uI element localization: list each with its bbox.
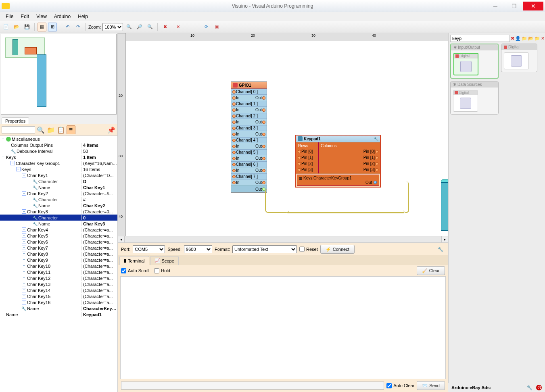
- new-button[interactable]: 📄: [2, 23, 10, 31]
- property-row[interactable]: NameChar Key1: [0, 184, 117, 190]
- properties-filter-input[interactable]: [2, 126, 35, 133]
- property-row[interactable]: +Char Key12(Character=a...: [0, 275, 117, 281]
- folder-icon[interactable]: 📁: [522, 35, 527, 42]
- minimize-button[interactable]: ─: [486, 2, 505, 10]
- gpio-channel-io[interactable]: InOut: [231, 155, 267, 161]
- format-select[interactable]: Unformatted Text: [232, 245, 297, 253]
- component-keypad1[interactable]: Keypad1🔧 Rows Pin [0]Pin [1]Pin [2]Pin […: [295, 135, 381, 188]
- thumb-digital[interactable]: [504, 52, 529, 69]
- keypad-row-pin[interactable]: Pin [3]: [297, 167, 317, 173]
- zoom-select[interactable]: 100%: [102, 23, 123, 31]
- gpio-channel-io[interactable]: InOut: [231, 119, 267, 125]
- property-row[interactable]: Character0: [0, 215, 117, 221]
- arduino-edge[interactable]: [441, 182, 448, 231]
- property-row[interactable]: +Char Key15(Character=a...: [0, 293, 117, 299]
- autoscroll-checkbox[interactable]: Auto Scroll: [121, 268, 149, 273]
- keypad-col-pin[interactable]: Pin [2]: [320, 161, 379, 167]
- gpio-channel-io[interactable]: InOut: [231, 179, 267, 186]
- property-row[interactable]: −Character Key Group1(Keys=16,Name=C...: [0, 160, 117, 166]
- delete-button[interactable]: ✖: [161, 23, 169, 31]
- search-filter-icon[interactable]: 👤: [515, 35, 521, 42]
- gpio-channel[interactable]: Channel[ 7 ]: [231, 173, 267, 179]
- property-row[interactable]: CharacterD: [0, 178, 117, 184]
- snap-button[interactable]: ⊞: [48, 23, 57, 31]
- property-row[interactable]: +Char Key7(Character=a...: [0, 245, 117, 251]
- menu-help[interactable]: Help: [75, 13, 91, 20]
- grid-button[interactable]: ▦: [38, 23, 46, 31]
- gpio-channel[interactable]: Channel[ 1 ]: [231, 101, 267, 106]
- property-row[interactable]: +Char Key9(Character=a...: [0, 257, 117, 263]
- property-row[interactable]: +Char Key11(Character=a...: [0, 269, 117, 275]
- property-row[interactable]: Debounce Interval50: [0, 148, 117, 154]
- design-canvas[interactable]: GPIO1 Channel[ 0 ]InOutChannel[ 1 ]InOut…: [126, 41, 448, 236]
- tab-terminal[interactable]: ▮Terminal: [119, 256, 149, 265]
- property-row[interactable]: +Char Key16(Character=a...: [0, 299, 117, 305]
- keypad-col-pin[interactable]: Pin [1]: [320, 154, 379, 161]
- redo-button[interactable]: ↷: [73, 23, 82, 31]
- menu-view[interactable]: View: [33, 13, 50, 20]
- property-row[interactable]: +Char Key8(Character=a...: [0, 251, 117, 257]
- property-row[interactable]: +Char Key13(Character=a...: [0, 281, 117, 287]
- prop-sort-button[interactable]: 📋: [56, 125, 65, 134]
- thumb-digital-ds[interactable]: Digital: [453, 90, 478, 112]
- prop-search-icon[interactable]: 🔍: [36, 125, 45, 134]
- gpio-channel-io[interactable]: InOut: [231, 94, 267, 101]
- speed-select[interactable]: 9600: [184, 245, 212, 253]
- gpio-channel-io[interactable]: InOut: [231, 167, 267, 173]
- property-row[interactable]: Columns Output Pins4 Items: [0, 142, 117, 148]
- keypad-col-pin[interactable]: Pin [0]: [320, 148, 379, 154]
- close-button[interactable]: ✕: [523, 2, 543, 10]
- zoom-out-button[interactable]: 🔍: [146, 23, 155, 31]
- property-row[interactable]: +Char Key6(Character=a...: [0, 239, 117, 245]
- terminal-settings-button[interactable]: 🔧: [436, 245, 445, 254]
- folder-del-icon[interactable]: 📁: [535, 35, 540, 42]
- property-row[interactable]: Character#: [0, 196, 117, 202]
- gpio-channel[interactable]: Channel[ 6 ]: [231, 161, 267, 167]
- reset-checkbox[interactable]: Reset: [299, 245, 318, 253]
- delete-icon[interactable]: ✕: [541, 35, 545, 42]
- upload-button[interactable]: ⟳: [202, 23, 211, 31]
- property-row[interactable]: +Char Key4(Character=a...: [0, 227, 117, 233]
- power-icon[interactable]: ⏻: [536, 385, 542, 390]
- keypad-col-pin[interactable]: Pin [3]: [320, 167, 379, 173]
- gpio-channel[interactable]: Channel[ 5 ]: [231, 149, 267, 155]
- prop-pin-button[interactable]: 📌: [107, 125, 116, 134]
- property-row[interactable]: NameCharacterKeyGr...: [0, 305, 117, 311]
- keypad-row-pin[interactable]: Pin [0]: [297, 148, 317, 154]
- gpio-channel[interactable]: Channel[ 4 ]: [231, 137, 267, 143]
- property-row[interactable]: NameKeypad1: [0, 311, 117, 317]
- hold-checkbox[interactable]: Hold: [154, 268, 170, 273]
- save-button[interactable]: 💾: [23, 23, 31, 31]
- port-select[interactable]: COM5: [133, 245, 165, 253]
- prop-cat-button[interactable]: 📁: [46, 125, 55, 134]
- search-clear-icon[interactable]: ✖: [511, 35, 514, 42]
- open-button[interactable]: 📂: [12, 23, 21, 31]
- canvas-scrollbar-h[interactable]: ◂ ▸: [118, 236, 448, 243]
- gpio-channel[interactable]: Channel[ 2 ]: [231, 113, 267, 119]
- component-search-input[interactable]: [450, 35, 510, 42]
- minimap[interactable]: [1, 34, 117, 115]
- scroll-right-button[interactable]: ▸: [441, 236, 448, 243]
- prop-expand-button[interactable]: ≡: [67, 125, 75, 134]
- menu-arduino[interactable]: Arduino: [51, 13, 74, 20]
- clear-button[interactable]: 🧹Clear: [417, 266, 445, 275]
- properties-tree[interactable]: −MiscellaneousColumns Output Pins4 Items…: [0, 136, 117, 392]
- property-row[interactable]: −Char Key2(Character=#...: [0, 190, 117, 196]
- menu-edit[interactable]: Edit: [17, 13, 32, 20]
- tab-scope[interactable]: 📈Scope: [150, 256, 179, 265]
- property-row[interactable]: −Char Key3(Character=0...: [0, 209, 117, 215]
- thumb-digital-io[interactable]: Digital: [453, 53, 478, 75]
- property-row[interactable]: −Char Key1(Character=D...: [0, 172, 117, 178]
- property-row[interactable]: +Char Key14(Character=a...: [0, 287, 117, 293]
- gpio-channel[interactable]: Channel[ 0 ]: [231, 89, 267, 94]
- terminal-input[interactable]: [121, 382, 384, 390]
- gpio-channel-io[interactable]: InOut: [231, 106, 267, 113]
- keypad-row-pin[interactable]: Pin [1]: [297, 154, 317, 161]
- gpio-channel[interactable]: Channel[ 3 ]: [231, 125, 267, 131]
- zoom-in-button[interactable]: 🔎: [135, 23, 144, 31]
- property-row[interactable]: +Char Key10(Character=a...: [0, 263, 117, 269]
- keypad-row-pin[interactable]: Pin [2]: [297, 161, 317, 167]
- gpio-channel-io[interactable]: InOut: [231, 143, 267, 149]
- gpio-out[interactable]: Out: [231, 186, 267, 192]
- folder-add-icon[interactable]: 📂: [528, 35, 534, 42]
